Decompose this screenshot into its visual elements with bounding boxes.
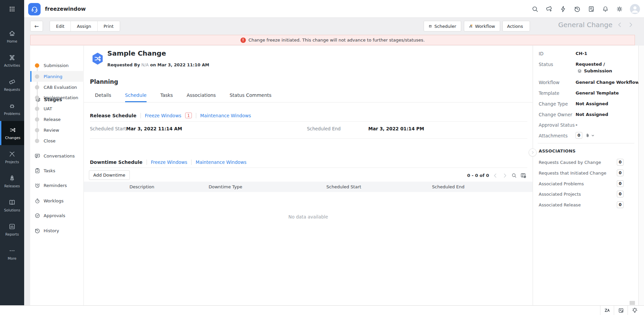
recent-history-icon[interactable] bbox=[574, 5, 581, 13]
actions-dropdown-button[interactable]: Actions bbox=[502, 21, 530, 32]
change-subtitle: Requested By N/A on Mar 3, 2022 11:10 AM bbox=[107, 62, 209, 67]
stage-label[interactable]: CAB Evaluation bbox=[44, 85, 77, 90]
assoc-requests-initiated-label: Requests that Initiated Change bbox=[539, 171, 606, 176]
app-launcher-button[interactable] bbox=[0, 0, 24, 18]
stage-item-uat[interactable]: UAT bbox=[30, 103, 84, 114]
attachments-count[interactable]: 0 bbox=[576, 132, 582, 139]
stage-label[interactable]: Release bbox=[44, 117, 61, 122]
add-downtime-button[interactable]: Add Downtime bbox=[89, 170, 130, 180]
change-owner-label: Change Owner bbox=[539, 112, 572, 117]
chevron-left-icon[interactable] bbox=[616, 21, 623, 28]
assoc-release-count[interactable]: 0 bbox=[617, 201, 624, 208]
freeze-windows-link[interactable]: Freeze Windows bbox=[145, 113, 181, 118]
empty-table-message: No data available bbox=[84, 214, 533, 219]
scheduler-button[interactable]: Scheduler bbox=[424, 21, 461, 32]
pagination-prev-icon[interactable] bbox=[492, 173, 498, 179]
tab-schedule[interactable]: Schedule bbox=[125, 92, 147, 102]
quick-actions-icon[interactable] bbox=[559, 5, 567, 13]
sidebar-item-home[interactable]: Home bbox=[0, 24, 24, 49]
notifications-bell-icon[interactable] bbox=[602, 5, 609, 13]
home-icon bbox=[8, 30, 16, 37]
sidebar-item-projects[interactable]: Projects bbox=[0, 145, 24, 169]
release-schedule-header: Release Schedule Freeze Windows 1 Mainte… bbox=[90, 113, 251, 118]
settings-gear-icon[interactable] bbox=[616, 5, 623, 13]
column-header-description[interactable]: Description bbox=[129, 184, 154, 189]
edit-button[interactable]: Edit bbox=[50, 21, 70, 31]
column-header-scheduled-start[interactable]: Scheduled Start bbox=[326, 184, 361, 189]
stage-label[interactable]: Close bbox=[44, 138, 55, 143]
chevron-right-icon[interactable] bbox=[627, 21, 634, 28]
assoc-projects-count[interactable]: 0 bbox=[617, 191, 624, 197]
attachments-chevron-down-icon[interactable] bbox=[591, 134, 595, 137]
assoc-problems-count[interactable]: 0 bbox=[617, 180, 624, 187]
stage-item-cab-evaluation[interactable]: CAB Evaluation bbox=[30, 82, 84, 92]
stage-item-close[interactable]: Close bbox=[30, 135, 84, 146]
sidebar-item-conversations[interactable]: Conversations bbox=[30, 151, 84, 161]
sidebar-item-history[interactable]: History bbox=[30, 226, 84, 236]
stage-label[interactable]: Planning bbox=[44, 74, 62, 79]
stage-label[interactable]: UAT bbox=[44, 106, 52, 111]
sidebar-item-approvals[interactable]: Approvals bbox=[30, 210, 84, 220]
column-header-scheduled-end[interactable]: Scheduled End bbox=[432, 184, 465, 189]
zia-assistant-button[interactable] bbox=[600, 306, 614, 315]
sidebar-item-label: History bbox=[44, 228, 59, 233]
sidebar-item-reports[interactable]: Reports bbox=[0, 217, 24, 242]
sidebar-item-changes[interactable]: Changes bbox=[0, 121, 24, 145]
stage-item-planning[interactable]: Planning bbox=[30, 71, 84, 82]
stage-label[interactable]: Review bbox=[44, 128, 59, 133]
workflow-button[interactable]: Workflow bbox=[464, 21, 500, 32]
assoc-requests-caused-count[interactable]: 0 bbox=[617, 159, 624, 166]
approvals-tasks-icon[interactable] bbox=[588, 5, 595, 13]
stage-dot bbox=[35, 139, 39, 143]
sidebar-item-tasks[interactable]: Tasks bbox=[30, 166, 84, 176]
paperclip-icon[interactable] bbox=[585, 133, 590, 138]
print-button[interactable]: Print bbox=[97, 21, 120, 31]
search-icon[interactable] bbox=[531, 5, 539, 13]
horizontal-scrollbar-thumb[interactable] bbox=[630, 301, 635, 305]
assoc-requests-initiated-count[interactable]: 0 bbox=[617, 170, 624, 176]
tab-associations[interactable]: Associations bbox=[186, 92, 216, 102]
stage-item-submission[interactable]: Submission bbox=[30, 60, 84, 71]
column-settings-icon[interactable] bbox=[520, 172, 527, 179]
stage-label[interactable]: Submission bbox=[44, 63, 68, 68]
sidebar-item-more[interactable]: More bbox=[0, 242, 24, 266]
stage-item-release[interactable]: Release bbox=[30, 114, 84, 125]
status-stage: Submission bbox=[577, 68, 612, 73]
sidebar-item-releases[interactable]: Releases bbox=[0, 169, 24, 193]
downtime-freeze-windows-link[interactable]: Freeze Windows bbox=[151, 160, 187, 165]
sidebar-item-worklogs[interactable]: Worklogs bbox=[30, 196, 84, 206]
pagination-next-icon[interactable] bbox=[502, 173, 508, 179]
add-request-icon[interactable] bbox=[545, 5, 553, 13]
maintenance-windows-link[interactable]: Maintenance Windows bbox=[200, 113, 251, 118]
list-search-icon[interactable] bbox=[511, 173, 517, 178]
user-avatar[interactable] bbox=[630, 4, 640, 14]
assign-button[interactable]: Assign bbox=[70, 21, 97, 31]
back-button[interactable]: ← bbox=[30, 21, 43, 32]
column-header-downtime-type[interactable]: Downtime Type bbox=[209, 184, 242, 189]
sidebar-item-problems[interactable]: Problems bbox=[0, 97, 24, 121]
sidebar-item-activities[interactable]: Activities bbox=[0, 49, 24, 73]
freeze-windows-count-badge[interactable]: 1 bbox=[185, 113, 192, 118]
notes-button[interactable] bbox=[614, 306, 628, 315]
downtime-maintenance-windows-link[interactable]: Maintenance Windows bbox=[196, 160, 247, 165]
calendar-icon bbox=[429, 23, 432, 29]
sidebar-item-solutions[interactable]: Solutions bbox=[0, 193, 24, 217]
approval-status-value: - bbox=[576, 122, 577, 127]
stage-label[interactable]: Implementation bbox=[44, 95, 78, 100]
tab-status-comments[interactable]: Status Comments bbox=[229, 92, 271, 102]
template-label: Template bbox=[539, 90, 559, 96]
vertical-scrollbar[interactable] bbox=[638, 46, 644, 305]
stage-item-implementation[interactable]: Implementation bbox=[30, 92, 84, 103]
separator bbox=[90, 121, 527, 122]
stage-item-review[interactable]: Review bbox=[30, 125, 84, 135]
attachments-label: Attachments bbox=[539, 133, 568, 138]
sidebar-item-reminders[interactable]: Reminders bbox=[30, 180, 84, 190]
suggestions-button[interactable] bbox=[628, 306, 641, 315]
panel-collapse-handle[interactable] bbox=[529, 148, 537, 156]
tab-tasks[interactable]: Tasks bbox=[160, 92, 173, 102]
tab-details[interactable]: Details bbox=[95, 92, 111, 102]
app-logo[interactable] bbox=[28, 3, 41, 15]
layers-icon bbox=[577, 69, 582, 73]
chevron-right-icon bbox=[531, 150, 535, 154]
sidebar-item-requests[interactable]: Requests bbox=[0, 73, 24, 97]
